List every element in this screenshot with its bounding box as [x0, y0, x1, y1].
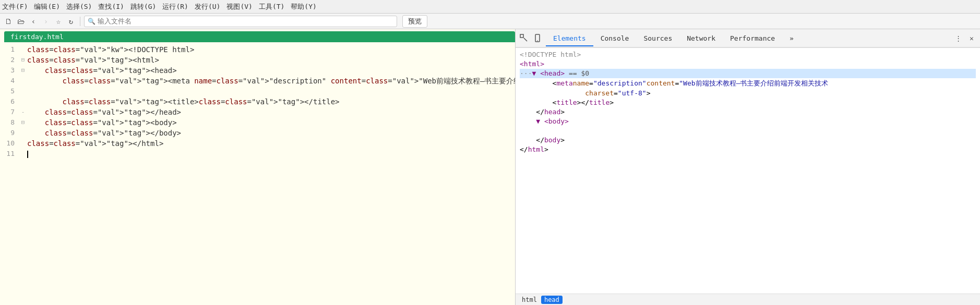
code-line[interactable]: 1class=class="val">"kw"><!DOCTYPE html> — [0, 44, 515, 55]
dom-line[interactable]: <html> — [520, 59, 976, 69]
dom-line[interactable]: <title></title> — [520, 98, 976, 107]
dom-line[interactable]: <meta name="description" content="Web前端技… — [520, 78, 976, 89]
dom-line[interactable] — [520, 126, 976, 136]
tab-network[interactable]: Network — [679, 31, 723, 46]
line-content: class=class="val">"tag"><html> — [27, 55, 515, 65]
line-gutter[interactable]: ⊟ — [19, 55, 27, 65]
line-content — [27, 149, 515, 159]
code-line[interactable]: 10class=class="val">"tag"></html> — [0, 138, 515, 149]
tab-sources[interactable]: Sources — [636, 31, 679, 46]
breadcrumb-html[interactable]: html — [520, 296, 539, 303]
line-number: 6 — [0, 96, 19, 107]
line-number: 8 — [0, 117, 19, 128]
line-content: class=class="val">"tag"></html> — [27, 138, 515, 149]
line-number: 11 — [0, 149, 19, 159]
code-line[interactable]: 6 class=class="val">"tag"><title>class=c… — [0, 96, 515, 107]
editor-tab[interactable]: firstday.html — [4, 31, 515, 42]
search-input[interactable] — [98, 17, 393, 25]
menu-tools[interactable]: 工具(T) — [259, 2, 284, 11]
dom-line[interactable]: ▼ <body> — [520, 117, 976, 126]
code-line[interactable]: 9 class=class="val">"tag"></body> — [0, 128, 515, 138]
line-gutter[interactable]: ⊟ — [19, 117, 27, 128]
line-content: class=class="val">"tag"><meta name=class… — [27, 76, 515, 86]
code-line[interactable]: 5 — [0, 86, 515, 96]
devtools-inspect-icon[interactable] — [518, 32, 530, 44]
back-icon[interactable]: ‹ — [28, 16, 39, 27]
line-content: class=class="val">"tag"></body> — [27, 128, 515, 138]
open-file-icon[interactable]: 🗁 — [16, 16, 26, 27]
tab-performance[interactable]: Performance — [723, 31, 782, 46]
line-number: 10 — [0, 138, 19, 149]
line-number: 2 — [0, 55, 19, 65]
new-file-icon[interactable]: 🗋 — [3, 16, 14, 27]
refresh-icon[interactable]: ↻ — [66, 16, 76, 27]
menu-help[interactable]: 帮助(Y) — [291, 2, 316, 11]
tab-more[interactable]: » — [782, 31, 801, 46]
line-number: 9 — [0, 128, 19, 138]
editor-pane: firstday.html 1class=class="val">"kw"><!… — [0, 29, 516, 305]
bookmark-icon[interactable]: ☆ — [53, 16, 64, 27]
devtools-dom-content[interactable]: <!DOCTYPE html><html>··· ▼ <head> == $0 … — [516, 48, 980, 294]
dom-line[interactable]: </html> — [520, 145, 976, 154]
line-number: 1 — [0, 44, 19, 55]
menu-bar: 文件(F) 编辑(E) 选择(S) 查找(I) 跳转(G) 运行(R) 发行(U… — [0, 0, 980, 14]
devtools-pane: Elements Console Sources Network Perform… — [516, 29, 980, 305]
menu-publish[interactable]: 发行(U) — [195, 2, 220, 11]
dom-line[interactable]: charset="utf-8"> — [520, 89, 976, 98]
line-number: 5 — [0, 86, 19, 96]
svg-point-2 — [537, 40, 538, 41]
line-content: class=class="val">"kw"><!DOCTYPE html> — [27, 44, 515, 55]
menu-select[interactable]: 选择(S) — [66, 2, 92, 11]
menu-find[interactable]: 查找(I) — [98, 2, 124, 11]
code-line[interactable]: 8⊟ class=class="val">"tag"><body> — [0, 117, 515, 128]
tab-elements[interactable]: Elements — [546, 31, 593, 46]
line-gutter[interactable]: - — [19, 107, 27, 117]
code-line[interactable]: 3⊟ class=class="val">"tag"><head> — [0, 65, 515, 76]
code-line[interactable]: 2⊟class=class="val">"tag"><html> — [0, 55, 515, 65]
forward-icon[interactable]: › — [41, 16, 51, 27]
line-number: 7 — [0, 107, 19, 117]
devtools-menu-icon[interactable]: ⋮ — [952, 32, 964, 44]
line-number: 4 — [0, 76, 19, 86]
dom-line[interactable]: </head> — [520, 107, 976, 117]
search-bar: 🔍 — [84, 16, 397, 27]
tab-console[interactable]: Console — [593, 31, 637, 46]
editor-content[interactable]: 1class=class="val">"kw"><!DOCTYPE html>2… — [0, 42, 515, 305]
main-layout: firstday.html 1class=class="val">"kw"><!… — [0, 29, 980, 305]
search-icon: 🔍 — [88, 18, 95, 25]
dom-line[interactable]: </body> — [520, 136, 976, 145]
dom-line[interactable]: <!DOCTYPE html> — [520, 50, 976, 59]
devtools-device-icon[interactable] — [531, 32, 544, 44]
toolbar-separator — [80, 17, 80, 26]
toolbar: 🗋 🗁 ‹ › ☆ ↻ 🔍 预览 — [0, 14, 980, 29]
devtools-close-icon[interactable]: ✕ — [965, 32, 978, 44]
dom-line[interactable]: ··· ▼ <head> == $0 — [520, 69, 976, 78]
menu-edit[interactable]: 编辑(E) — [34, 2, 59, 11]
line-gutter[interactable]: ⊟ — [19, 65, 27, 76]
menu-view[interactable]: 视图(V) — [226, 2, 252, 11]
menu-run[interactable]: 运行(R) — [162, 2, 188, 11]
breadcrumb-head[interactable]: head — [541, 296, 563, 304]
line-content: class=class="val">"tag"><head> — [27, 65, 515, 76]
devtools-tabs: Elements Console Sources Network Perform… — [516, 29, 980, 48]
devtools-breadcrumb: html head — [516, 294, 980, 305]
code-line[interactable]: 7- class=class="val">"tag"></head> — [0, 107, 515, 117]
svg-rect-0 — [520, 34, 523, 38]
line-content: class=class="val">"tag"><body> — [27, 117, 515, 128]
menu-file[interactable]: 文件(F) — [2, 2, 28, 11]
line-content: class=class="val">"tag"><title>class=cla… — [27, 96, 515, 107]
menu-goto[interactable]: 跳转(G) — [130, 2, 156, 11]
code-line[interactable]: 11 — [0, 149, 515, 159]
line-content: class=class="val">"tag"></head> — [27, 107, 515, 117]
preview-button[interactable]: 预览 — [402, 15, 427, 28]
line-number: 3 — [0, 65, 19, 76]
code-line[interactable]: 4 class=class="val">"tag"><meta name=cla… — [0, 76, 515, 86]
